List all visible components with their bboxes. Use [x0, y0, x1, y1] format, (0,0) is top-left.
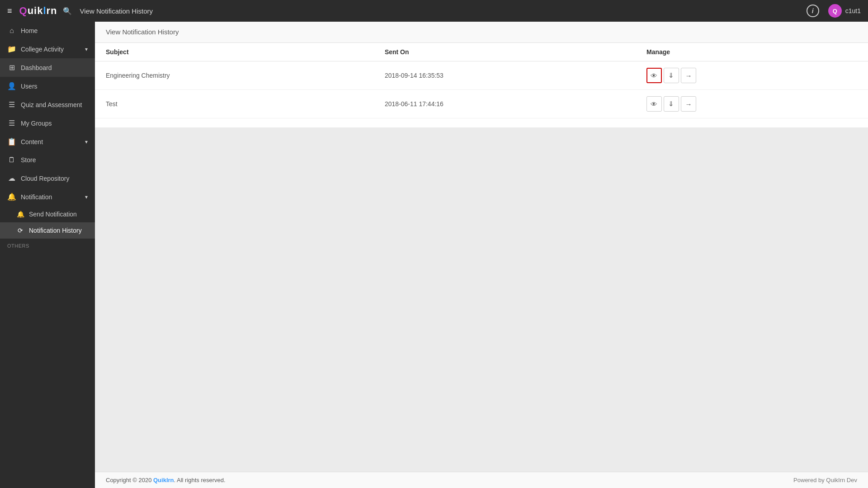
logo-uik: uik [28, 5, 43, 16]
footer-copyright: Copyright © 2020 Quiklrn. All rights res… [106, 477, 226, 483]
cell-manage: 👁⇓→ [636, 90, 868, 118]
history-sub-icon: ⟳ [16, 227, 24, 234]
avatar: Q [828, 4, 842, 18]
sidebar-item-cloud[interactable]: ☁ Cloud Repository [0, 169, 95, 188]
logo-l: l [43, 5, 46, 16]
sidebar-notification-history-label: Notification History [29, 227, 88, 234]
dashboard-icon: ⊞ [7, 63, 16, 72]
notification-table-container: Subject Sent On Manage Engineering Chemi… [95, 43, 868, 127]
table-row: Test2018-06-11 17:44:16👁⇓→ [95, 90, 868, 118]
sidebar: ⌂ Home 📁 College Activity ▾ ⊞ Dashboard … [0, 22, 95, 488]
footer-powered: Powered by QuikIrn Dev [793, 477, 857, 483]
sidebar-mygroups-label: My Groups [21, 120, 88, 127]
hamburger-icon[interactable]: ≡ [7, 6, 12, 16]
sidebar-content-label: Content [21, 138, 80, 145]
user-menu[interactable]: Q c1ut1 [828, 4, 861, 18]
cell-manage: 👁⇓→ [636, 61, 868, 90]
sidebar-item-send-notification[interactable]: 🔔 Send Notification [0, 206, 95, 222]
table-row: Engineering Chemistry2018-09-14 16:35:53… [95, 61, 868, 90]
col-sent-on: Sent On [374, 43, 636, 61]
view-button[interactable]: 👁 [646, 96, 662, 112]
sidebar-item-home[interactable]: ⌂ Home [0, 22, 95, 40]
topbar-page-title: View Notification History [80, 7, 153, 15]
sidebar-item-content[interactable]: 📋 Content ▾ [0, 132, 95, 151]
sidebar-item-dashboard[interactable]: ⊞ Dashboard [0, 58, 95, 77]
footer-rights-text: . All rights reserved. [174, 477, 226, 483]
home-icon: ⌂ [7, 27, 16, 35]
topbar-left: ≡ Quiklrn 🔍 View Notification History [7, 5, 153, 17]
table-body: Engineering Chemistry2018-09-14 16:35:53… [95, 61, 868, 118]
table-header: Subject Sent On Manage [95, 43, 868, 61]
cell-subject: Test [95, 90, 374, 118]
sidebar-store-label: Store [21, 156, 88, 164]
page-header-title: View Notification History [106, 28, 179, 36]
info-icon[interactable]: i [807, 5, 819, 17]
quiz-icon: ☰ [7, 100, 16, 109]
notification-table: Subject Sent On Manage Engineering Chemi… [95, 43, 868, 118]
footer-brand: Quiklrn [153, 477, 174, 483]
topbar-logo: Quiklrn [19, 5, 57, 17]
layout: ⌂ Home 📁 College Activity ▾ ⊞ Dashboard … [0, 22, 868, 488]
sidebar-item-college-activity[interactable]: 📁 College Activity ▾ [0, 40, 95, 58]
sidebar-item-notification-history[interactable]: ⟳ Notification History [0, 222, 95, 239]
cell-sent-on: 2018-06-11 17:44:16 [374, 90, 636, 118]
sidebar-send-notification-label: Send Notification [29, 211, 88, 218]
topbar-right: i Q c1ut1 [807, 4, 861, 18]
sidebar-item-store[interactable]: 🗒 Store [0, 151, 95, 169]
col-subject: Subject [95, 43, 374, 61]
sidebar-cloud-label: Cloud Repository [21, 175, 88, 182]
sidebar-item-users[interactable]: 👤 Users [0, 77, 95, 95]
others-section-label: Others [0, 239, 95, 250]
groups-icon: ☰ [7, 119, 16, 127]
sidebar-item-notification[interactable]: 🔔 Notification ▾ [0, 188, 95, 206]
content-area: View Notification History Subject Sent O… [95, 22, 868, 472]
username-label: c1ut1 [845, 7, 861, 14]
search-icon[interactable]: 🔍 [63, 7, 72, 15]
cell-subject: Engineering Chemistry [95, 61, 374, 90]
main-content: View Notification History Subject Sent O… [95, 22, 868, 488]
notification-chevron-icon: ▾ [85, 194, 88, 200]
sidebar-home-label: Home [21, 27, 88, 34]
user-icon: 👤 [7, 82, 16, 90]
folder-icon: 📁 [7, 45, 16, 53]
notification-icon: 🔔 [7, 192, 16, 201]
view-button[interactable]: 👁 [646, 68, 662, 83]
table-header-row: Subject Sent On Manage [95, 43, 868, 61]
manage-actions: 👁⇓→ [646, 96, 857, 112]
sidebar-users-label: Users [21, 83, 88, 90]
table-wrapper: Subject Sent On Manage Engineering Chemi… [95, 43, 868, 127]
content-chevron-icon: ▾ [85, 139, 88, 145]
sidebar-notification-label: Notification [21, 193, 80, 201]
logo-rn: rn [47, 5, 57, 16]
forward-button[interactable]: → [681, 68, 696, 83]
chevron-down-icon: ▾ [85, 46, 88, 52]
logo-q: Q [19, 5, 28, 16]
col-manage: Manage [636, 43, 868, 61]
sidebar-quiz-label: Quiz and Assessment [21, 101, 88, 108]
sidebar-item-mygroups[interactable]: ☰ My Groups [0, 114, 95, 132]
footer-copyright-text: Copyright © 2020 [106, 477, 153, 483]
cell-sent-on: 2018-09-14 16:35:53 [374, 61, 636, 90]
sidebar-item-quiz[interactable]: ☰ Quiz and Assessment [0, 95, 95, 114]
page-header: View Notification History [95, 22, 868, 43]
store-icon: 🗒 [7, 156, 16, 164]
cloud-icon: ☁ [7, 174, 16, 183]
sidebar-college-activity-label: College Activity [21, 46, 80, 53]
forward-button[interactable]: → [681, 96, 696, 112]
download-button[interactable]: ⇓ [664, 96, 679, 112]
footer: Copyright © 2020 Quiklrn. All rights res… [95, 472, 868, 488]
sidebar-dashboard-label: Dashboard [21, 64, 88, 71]
content-icon: 📋 [7, 137, 16, 146]
download-button[interactable]: ⇓ [664, 68, 679, 83]
bell-sub-icon: 🔔 [16, 211, 24, 218]
manage-actions: 👁⇓→ [646, 68, 857, 83]
topbar: ≡ Quiklrn 🔍 View Notification History i … [0, 0, 868, 22]
